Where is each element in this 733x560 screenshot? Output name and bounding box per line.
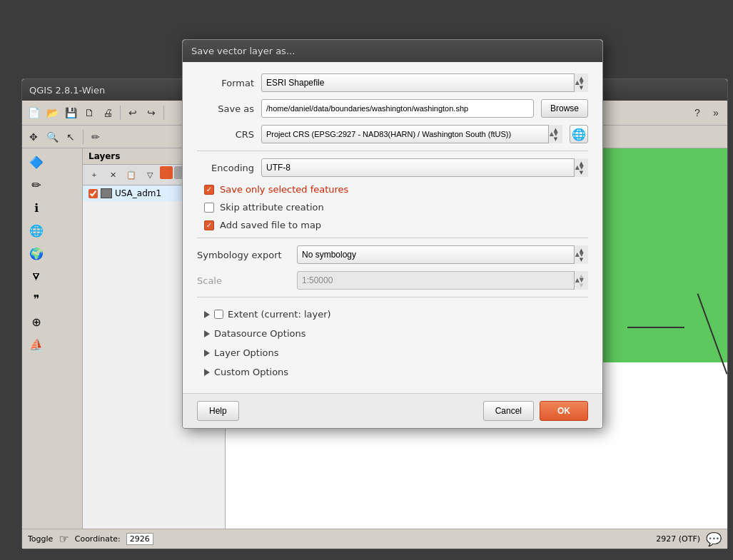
saveas-input[interactable]: /home/daniel/data/boundaries/washington/… <box>261 99 534 118</box>
encoding-label: Encoding <box>197 163 254 173</box>
sidebar-add-icon[interactable]: ⊕ <box>24 311 49 332</box>
symbology-select[interactable]: No symbology <box>297 245 588 264</box>
remove-layer-button[interactable]: ✕ <box>104 166 121 183</box>
layer-color-indicator <box>101 188 112 198</box>
crs-spin-down[interactable]: ▼ <box>549 134 562 143</box>
qgis-statusbar: Toggle ☞ Coordinate: 2926 2927 (OTF) 💬 <box>22 529 727 549</box>
datasource-label: Datasource Options <box>214 328 306 339</box>
add-to-map-label: Add saved file to map <box>220 220 321 230</box>
sidebar-vector-icon[interactable]: ⛛ <box>24 265 49 287</box>
crs-row: CRS Project CRS (EPSG:2927 - NAD83(HARN)… <box>197 125 588 143</box>
coordinate-value: 2926 <box>126 533 153 545</box>
encoding-spin-up[interactable]: ▲ <box>575 158 588 168</box>
symbology-row: Symbology export No symbology ▲ ▼ <box>197 245 588 264</box>
crs-globe-button[interactable]: 🌐 <box>570 125 588 143</box>
new-file-button[interactable]: 📄 <box>25 104 42 121</box>
symbology-label: Symbology export <box>197 250 290 260</box>
sidebar-layers-icon[interactable]: 🔷 <box>24 151 49 173</box>
skip-attribute-label: Skip attribute creation <box>220 202 324 213</box>
encoding-select[interactable]: UTF-8 <box>261 158 588 177</box>
skip-attribute-checkbox[interactable] <box>204 203 214 213</box>
coordinate-label: Coordinate: <box>75 534 121 544</box>
digitize-button[interactable]: ✏ <box>87 128 104 146</box>
symbology-spinbox: ▲ ▼ <box>574 245 588 264</box>
encoding-row: Encoding UTF-8 ▲ ▼ <box>197 158 588 177</box>
extent-triangle-icon <box>204 311 210 318</box>
divider-3 <box>197 297 588 297</box>
symbology-select-wrapper: No symbology ▲ ▼ <box>297 245 588 264</box>
format-label: Format <box>197 78 254 88</box>
divider-1 <box>197 151 588 151</box>
extra-button[interactable]: » <box>707 104 724 121</box>
crs-spin-up[interactable]: ▲ <box>549 125 562 134</box>
format-row: Format ESRI Shapefile ▲ ▼ <box>197 73 588 92</box>
toolbar-separator-1 <box>120 106 121 120</box>
select-button[interactable]: ↖ <box>62 128 79 146</box>
add-to-map-checkbox[interactable]: ✓ <box>204 220 214 230</box>
symbology-spin-up[interactable]: ▲ <box>575 245 588 255</box>
crs-label: 2927 (OTF) <box>656 534 700 544</box>
crs-select[interactable]: Project CRS (EPSG:2927 - NAD83(HARN) / W… <box>261 125 562 143</box>
dialog-title: Save vector layer as... <box>191 46 295 56</box>
layer-options-triangle-icon <box>204 350 210 357</box>
format-spin-down[interactable]: ▼ <box>575 83 588 92</box>
layer-visibility-checkbox[interactable] <box>89 189 98 198</box>
layer-options-label: Layer Options <box>214 347 279 358</box>
symbology-spin-down[interactable]: ▼ <box>575 255 588 264</box>
browse-button[interactable]: Browse <box>541 99 588 118</box>
sidebar-identify-icon[interactable]: ℹ <box>24 197 49 218</box>
sidebar-comma-icon[interactable]: ❞ <box>24 288 49 310</box>
map-green-region <box>599 148 727 362</box>
toolbar-separator-2 <box>163 106 164 120</box>
crs-label: CRS <box>197 129 254 140</box>
save-selected-checkbox[interactable]: ✓ <box>204 185 214 195</box>
save-as-button[interactable]: 🗋 <box>81 104 98 121</box>
undo-button[interactable]: ↩ <box>124 104 141 121</box>
layer-options-collapsible[interactable]: Layer Options <box>197 343 588 362</box>
save-vector-dialog: Save vector layer as... Format ESRI Shap… <box>182 39 603 429</box>
add-to-map-row: ✓ Add saved file to map <box>197 220 588 230</box>
format-spin-up[interactable]: ▲ <box>575 73 588 83</box>
redo-button[interactable]: ↪ <box>143 104 160 121</box>
custom-options-label: Custom Options <box>214 367 288 377</box>
save-file-button[interactable]: 💾 <box>62 104 79 121</box>
saveas-label: Save as <box>197 103 254 114</box>
speech-bubble-icon: 💬 <box>706 531 722 546</box>
encoding-spin-down[interactable]: ▼ <box>575 168 588 177</box>
add-layer-button[interactable]: + <box>86 166 103 183</box>
open-file-button[interactable]: 📂 <box>44 104 61 121</box>
ok-button[interactable]: OK <box>540 401 588 421</box>
zoom-in-button[interactable]: 🔍 <box>44 128 61 146</box>
sidebar-globe2-icon[interactable]: 🌍 <box>24 243 49 264</box>
extent-collapsible[interactable]: Extent (current: layer) <box>197 305 588 324</box>
open-attribute-button[interactable]: 📋 <box>123 166 140 183</box>
map-line-2 <box>627 327 684 328</box>
encoding-select-wrapper: UTF-8 ▲ ▼ <box>261 158 588 177</box>
print-button[interactable]: 🖨 <box>99 104 116 121</box>
dialog-body: Format ESRI Shapefile ▲ ▼ Save as /home/… <box>183 62 602 393</box>
sidebar-edit-icon[interactable]: ✏ <box>24 174 49 195</box>
crs-spinbox: ▲ ▼ <box>548 125 562 143</box>
help-icon-button[interactable]: ? <box>689 104 706 121</box>
custom-options-collapsible[interactable]: Custom Options <box>197 362 588 382</box>
toggle-label: Toggle <box>28 534 53 544</box>
help-button[interactable]: Help <box>197 401 239 421</box>
save-selected-row: ✓ Save only selected features <box>197 184 588 195</box>
layer-color-button[interactable] <box>160 166 173 179</box>
cancel-button[interactable]: Cancel <box>483 401 534 421</box>
custom-options-triangle-icon <box>204 369 210 376</box>
second-toolbar-sep <box>83 130 84 144</box>
datasource-collapsible[interactable]: Datasource Options <box>197 324 588 343</box>
extent-checkbox[interactable] <box>214 310 223 319</box>
scale-spin-up: ▲ <box>575 271 588 280</box>
toggle-icon[interactable]: ☞ <box>59 532 69 546</box>
filter-button[interactable]: ▽ <box>141 166 158 183</box>
layers-title: Layers <box>89 151 120 161</box>
sidebar-globe-icon[interactable]: 🌐 <box>24 220 49 241</box>
skip-attribute-row: Skip attribute creation <box>197 202 588 213</box>
scale-spin-down: ▼ <box>575 280 588 290</box>
scale-label: Scale <box>197 275 290 286</box>
sidebar-plugin-icon[interactable]: ⛵ <box>24 334 49 355</box>
format-select[interactable]: ESRI Shapefile <box>261 73 588 92</box>
pan-tool-button[interactable]: ✥ <box>25 128 42 146</box>
